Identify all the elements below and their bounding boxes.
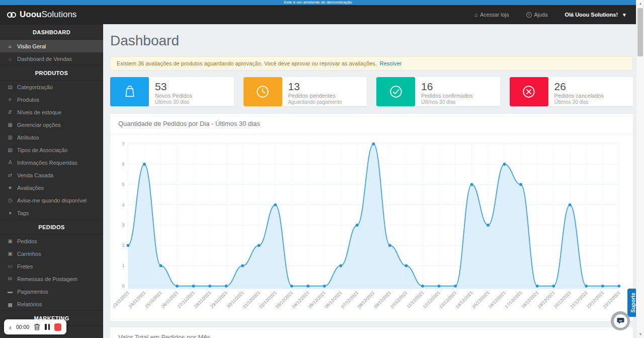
svg-text:6: 6 <box>122 162 124 167</box>
sidebar-item-pagamentos[interactable]: ▬Pagamentos <box>0 285 103 298</box>
nav-acessar-loja[interactable]: ⌂ Acessar loja <box>474 12 509 18</box>
orders-per-month-panel: Valor Total em Pedidos por Mês <box>110 327 633 338</box>
scrollbar-thumb[interactable] <box>637 8 643 56</box>
sidebar-item-label: Fretes <box>17 263 33 269</box>
svg-text:29/11/2021: 29/11/2021 <box>209 290 228 309</box>
sidebar-item-informa-es-requeridas[interactable]: AInformações Requeridas <box>0 156 103 169</box>
sidebar-item-fretes[interactable]: ▭Fretes <box>0 260 103 273</box>
app-logo[interactable]: UoouSolutions <box>7 10 76 20</box>
orders-per-day-panel: Quantidade de Pedidos por Dia - Últimos … <box>110 114 633 321</box>
svg-text:23/12/2021: 23/12/2021 <box>602 290 621 309</box>
recorder-time: 00:00 <box>16 324 29 330</box>
stat-card-sublabel: Últimos 30 dias <box>155 99 192 105</box>
svg-text:5: 5 <box>122 182 124 187</box>
grid-icon: ▦ <box>7 122 13 127</box>
scrollbar[interactable]: ▲ ▼ <box>636 0 644 338</box>
stat-card-text: 16Pedidos confirmadosÚltimos 30 dias <box>415 77 479 106</box>
sidebar-item-label: Tags <box>17 210 29 216</box>
sidebar-item-label: Informações Requeridas <box>17 160 77 166</box>
sidebar-item-label: Carrinhos <box>17 251 41 257</box>
stat-cards-row: 53Novos PedidosÚltimos 30 dias13Pedidos … <box>110 77 633 106</box>
list-icon: ≡ <box>7 97 13 102</box>
main-content: Dashboard Existem 36 avaliações de produ… <box>103 24 637 338</box>
sidebar-item-label: Pedidos <box>17 238 37 244</box>
tag-icon: ♦ <box>7 210 13 216</box>
sidebar-item-remessas-de-postagem[interactable]: ✉Remessas de Postagem <box>0 273 103 285</box>
svg-text:25/11/2021: 25/11/2021 <box>144 290 163 309</box>
stat-card-sublabel: Aguardando pagamento <box>288 99 342 105</box>
sidebar-item-label: Gerenciar opções <box>17 122 61 128</box>
sidebar-item-relat-rios[interactable]: ▅Relatórios <box>0 298 103 310</box>
star-icon: ★ <box>7 185 13 190</box>
scrollbar-up-icon[interactable]: ▲ <box>636 0 644 7</box>
area-chart-svg: 0123456723/11/202124/11/202125/11/202126… <box>113 135 628 320</box>
pause-icon[interactable] <box>45 324 50 330</box>
stat-card-text: 53Novos PedidosÚltimos 30 dias <box>149 77 198 106</box>
sidebar-item-label: Avise-me quando disponível <box>17 197 87 204</box>
sidebar-item-venda-casada[interactable]: ⇄Venda Casada <box>0 169 103 181</box>
sidebar-item-pedidos[interactable]: ▣Pedidos <box>0 235 103 247</box>
stop-icon[interactable] <box>54 323 61 331</box>
credit-card-icon: ▬ <box>7 289 13 294</box>
sidebar-item-vis-o-geral[interactable]: ⌂Visão Geral <box>0 40 103 52</box>
logo-text-bold: Uoou <box>20 10 41 19</box>
alert-resolver-link[interactable]: Resolver <box>380 60 401 66</box>
home-icon: ⌂ <box>7 43 13 49</box>
sidebar-item-atributos[interactable]: ▥Atributos <box>0 131 103 144</box>
shuffle-icon: ⇄ <box>7 172 13 178</box>
svg-text:2: 2 <box>122 243 124 248</box>
bar-chart-icon: ▅ <box>7 301 13 307</box>
sidebar-item-label: Atributos <box>17 134 39 141</box>
stat-card-label: Pedidos cancelados <box>554 93 604 99</box>
user-greeting: Olá Uoou Solutions! <box>565 12 618 18</box>
sidebar-item-label: Venda Casada <box>17 172 53 178</box>
sidebar-item-tags[interactable]: ♦Tags <box>0 207 103 219</box>
svg-text:27/11/2021: 27/11/2021 <box>177 290 196 309</box>
scrollbar-down-icon[interactable]: ▼ <box>636 331 644 338</box>
folder-icon: ▤ <box>7 84 13 90</box>
stat-card-label: Pedidos pendentes <box>288 93 342 99</box>
sidebar-item-categoriza-o[interactable]: ▤Categorização <box>0 81 103 93</box>
chat-button[interactable] <box>611 311 630 330</box>
stat-card-text: 13Pedidos pendentesAguardando pagamento <box>282 77 348 106</box>
page-title: Dashboard <box>103 24 637 56</box>
sidebar-item-label: Produtos <box>17 97 39 103</box>
sidebar-item-tipos-de-associa-o[interactable]: ▧Tipos de Associação <box>0 144 103 156</box>
check-circle-icon <box>376 77 415 106</box>
nav-ajuda[interactable]: ? Ajuda <box>526 12 548 18</box>
sidebar-item-gerenciar-op-es[interactable]: ▦Gerenciar opções <box>0 118 103 131</box>
sidebar-item-produtos[interactable]: ≡Produtos <box>0 93 103 106</box>
sidebar-item-carrinhos[interactable]: ▣Carrinhos <box>0 247 103 260</box>
stat-card-value: 26 <box>554 81 604 92</box>
svg-text:4: 4 <box>122 202 124 208</box>
stat-card-value: 16 <box>421 81 473 92</box>
sidebar-item-avise-me-quando-dispon-vel[interactable]: ◷Avise-me quando disponível <box>0 194 103 207</box>
sidebar-item-label: Dashboard de Vendas <box>17 56 72 62</box>
question-icon: ? <box>526 12 532 18</box>
stat-card-value: 13 <box>288 81 342 92</box>
sidebar: DASHBOARD⌂Visão Geral⌂Dashboard de Venda… <box>0 24 103 338</box>
support-tab-label: Suporte <box>630 293 636 313</box>
font-icon: A <box>7 160 13 165</box>
clock-icon <box>244 77 282 106</box>
sidebar-item-dashboard-de-vendas[interactable]: ⌂Dashboard de Vendas <box>0 52 103 65</box>
cart-icon: ▣ <box>7 238 13 244</box>
sidebar-section-header: PEDIDOS <box>0 219 103 235</box>
stat-card-pedidos-pendentes: 13Pedidos pendentesAguardando pagamento <box>244 77 367 106</box>
back-icon[interactable]: ‹ <box>9 323 12 331</box>
sidebar-item-label: Tipos de Associação <box>17 147 67 153</box>
sidebar-item-n-veis-de-estoque[interactable]: ⇵Níveis de estoque <box>0 106 103 118</box>
stat-card-pedidos-confirmados: 16Pedidos confirmadosÚltimos 30 dias <box>376 77 500 106</box>
table-icon: ▥ <box>7 134 13 140</box>
home-icon: ⌂ <box>474 12 478 18</box>
sidebar-item-label: Níveis de estoque <box>17 109 61 115</box>
trash-icon[interactable] <box>34 323 40 330</box>
user-menu[interactable]: Olá Uoou Solutions! ▼ <box>565 12 627 18</box>
nav-ajuda-label: Ajuda <box>534 12 548 18</box>
stat-card-novos-pedidos: 53Novos PedidosÚltimos 30 dias <box>110 77 234 106</box>
sidebar-item-label: Avaliações <box>17 185 44 191</box>
alert-text: Existem 36 avaliações de produtos aguard… <box>117 60 377 66</box>
sidebar-item-avalia-es[interactable]: ★Avaliações <box>0 181 103 194</box>
sidebar-item-label: Remessas de Postagem <box>17 276 77 282</box>
chain-icon <box>7 12 16 18</box>
